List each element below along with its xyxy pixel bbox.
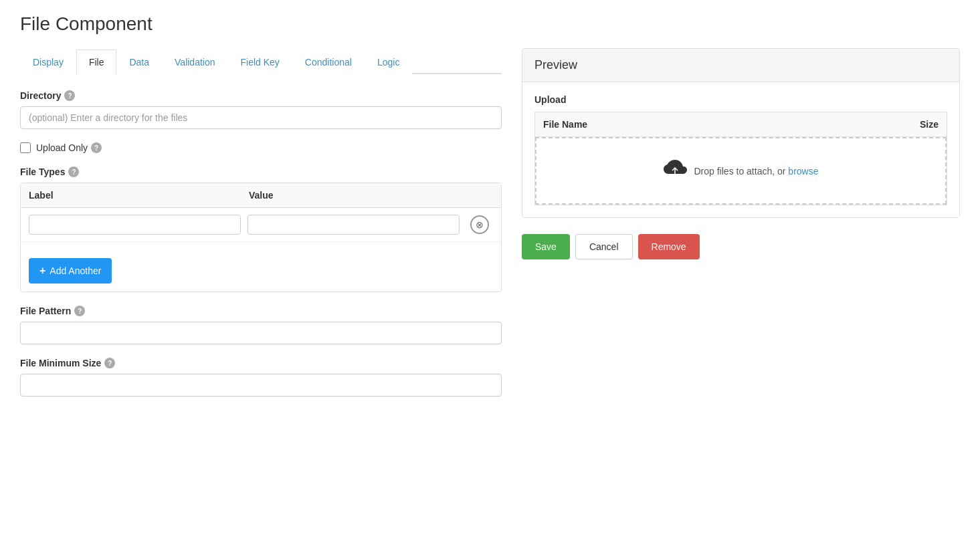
directory-help-icon[interactable]: ?: [64, 90, 75, 101]
add-another-container: + Add Another: [21, 242, 501, 292]
cancel-button[interactable]: Cancel: [575, 234, 633, 259]
left-panel: Display File Data Validation Field Key C…: [20, 48, 502, 410]
file-type-action-cell: ⊗: [466, 215, 493, 234]
directory-group: Directory ?: [20, 90, 502, 129]
preview-header: Preview: [522, 49, 959, 82]
file-types-row: ⊗: [21, 208, 501, 242]
preview-drop-cell: Drop files to attach, or browse: [535, 137, 947, 205]
drop-zone-text: Drop files to attach, or browse: [694, 166, 819, 177]
file-min-size-input[interactable]: 0KB: [20, 374, 502, 397]
directory-input[interactable]: [20, 106, 502, 129]
file-pattern-label: File Pattern ?: [20, 306, 502, 316]
upload-only-help-icon[interactable]: ?: [91, 142, 102, 153]
right-panel: Preview Upload File Name Size: [522, 48, 960, 266]
plus-icon: +: [39, 265, 45, 277]
file-types-header: Label Value: [21, 183, 501, 208]
add-another-button[interactable]: + Add Another: [29, 258, 112, 284]
file-types-section: File Types ? Label Value: [20, 166, 502, 292]
tab-data[interactable]: Data: [116, 49, 162, 74]
directory-label: Directory ?: [20, 90, 502, 101]
file-type-label-cell: [29, 215, 241, 235]
tab-conditional[interactable]: Conditional: [292, 49, 365, 74]
upload-cloud-icon: [664, 158, 688, 183]
upload-only-row: Upload Only ?: [20, 142, 502, 153]
file-type-remove-button[interactable]: ⊗: [470, 215, 489, 234]
preview-col-size: Size: [796, 112, 947, 137]
browse-link[interactable]: browse: [788, 166, 818, 177]
save-button[interactable]: Save: [522, 234, 570, 259]
preview-upload-label: Upload: [534, 94, 947, 105]
preview-title: Preview: [534, 58, 947, 72]
file-pattern-input[interactable]: *: [20, 322, 502, 344]
file-min-size-group: File Minimum Size ? 0KB: [20, 358, 502, 397]
tabs-bar: Display File Data Validation Field Key C…: [20, 48, 502, 74]
preview-body: Upload File Name Size: [522, 82, 959, 217]
preview-drop-row: Drop files to attach, or browse: [535, 137, 947, 205]
tab-display[interactable]: Display: [20, 49, 76, 74]
tab-validation[interactable]: Validation: [162, 49, 227, 74]
upload-only-label[interactable]: Upload Only ?: [36, 142, 102, 153]
col-value-header: Value: [241, 183, 461, 207]
file-pattern-group: File Pattern ? *: [20, 306, 502, 344]
tab-logic[interactable]: Logic: [365, 49, 412, 74]
file-types-label: File Types ?: [20, 166, 502, 177]
tab-field-key[interactable]: Field Key: [228, 49, 292, 74]
drop-zone[interactable]: Drop files to attach, or browse: [535, 137, 947, 205]
remove-button[interactable]: Remove: [638, 234, 700, 259]
file-types-help-icon[interactable]: ?: [68, 166, 79, 177]
file-pattern-help-icon[interactable]: ?: [74, 306, 85, 316]
upload-only-checkbox[interactable]: [20, 142, 31, 153]
file-min-size-help-icon[interactable]: ?: [104, 358, 115, 368]
col-action-header: [461, 183, 501, 207]
preview-table: File Name Size: [534, 112, 947, 205]
action-buttons: Save Cancel Remove: [522, 234, 960, 266]
page-title: File Component: [20, 13, 960, 35]
preview-panel: Preview Upload File Name Size: [522, 48, 960, 218]
remove-icon: ⊗: [476, 219, 484, 230]
file-min-size-label: File Minimum Size ?: [20, 358, 502, 368]
preview-col-filename: File Name: [535, 112, 796, 137]
file-types-table: Label Value ⊗: [20, 183, 502, 292]
col-label-header: Label: [21, 183, 241, 207]
tab-file[interactable]: File: [76, 49, 117, 74]
file-type-value-cell: [248, 215, 460, 235]
file-type-label-input[interactable]: [29, 215, 241, 235]
file-type-value-input[interactable]: [248, 215, 460, 235]
